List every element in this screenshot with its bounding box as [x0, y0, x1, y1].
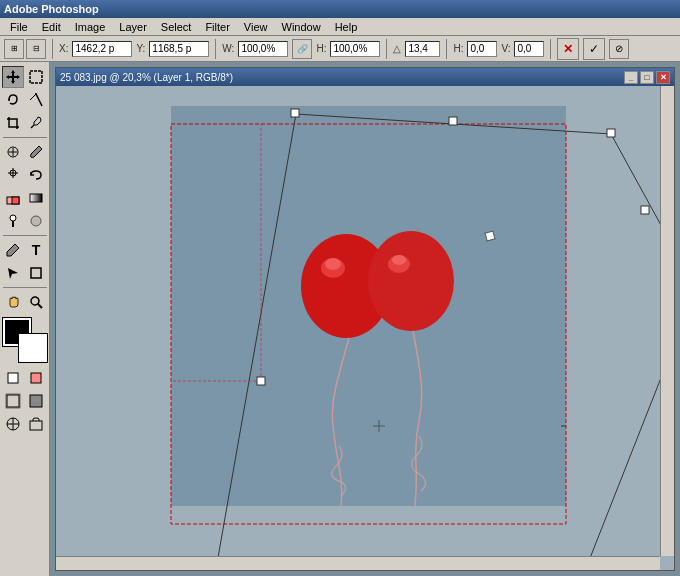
cancel-transform-button[interactable]: ✕	[557, 38, 579, 60]
apply-transform-button[interactable]: ✓	[583, 38, 605, 60]
horizontal-scrollbar[interactable]	[56, 556, 660, 570]
document-window: 25 083.jpg @ 20,3% (Layer 1, RGB/8*) _ □…	[55, 67, 675, 571]
screen-mode-row	[2, 390, 47, 412]
menu-image[interactable]: Image	[69, 20, 112, 34]
tool-row-7	[2, 210, 47, 232]
x-label: X:	[59, 43, 68, 54]
quick-mask-btn[interactable]	[25, 367, 47, 389]
h-label: H:	[316, 43, 326, 54]
pen-tool[interactable]	[2, 239, 24, 261]
text-tool[interactable]: T	[25, 239, 47, 261]
menu-select[interactable]: Select	[155, 20, 198, 34]
tool-sep-2	[3, 235, 47, 236]
extra-btn1[interactable]: ⊘	[609, 39, 629, 59]
standard-mode-btn[interactable]	[2, 367, 24, 389]
tool-row-9	[2, 262, 47, 284]
extra-tool1[interactable]	[2, 413, 24, 435]
move-tool[interactable]	[2, 66, 24, 88]
document-title: 25 083.jpg @ 20,3% (Layer 1, RGB/8*)	[60, 72, 233, 83]
tool-row-6	[2, 187, 47, 209]
menu-window[interactable]: Window	[276, 20, 327, 34]
screen-mode-btn2[interactable]	[25, 390, 47, 412]
crop-tool[interactable]	[2, 112, 24, 134]
tool-sep-3	[3, 287, 47, 288]
menu-bar: File Edit Image Layer Select Filter View…	[0, 18, 680, 36]
svg-rect-45	[607, 129, 615, 137]
clone-tool[interactable]	[2, 164, 24, 186]
svg-rect-0	[30, 71, 42, 83]
lasso-tool[interactable]	[2, 89, 24, 111]
h-input[interactable]	[330, 41, 380, 57]
svg-rect-23	[31, 373, 41, 383]
svg-line-3	[30, 94, 36, 100]
svg-point-17	[31, 216, 41, 226]
link-wh-btn[interactable]: 🔗	[292, 39, 312, 59]
history-tool[interactable]	[25, 164, 47, 186]
toolbox: T	[0, 62, 50, 576]
svg-rect-14	[30, 194, 42, 202]
menu-file[interactable]: File	[4, 20, 34, 34]
canvas-area: 25 083.jpg @ 20,3% (Layer 1, RGB/8*) _ □…	[50, 62, 680, 576]
tool-row-2	[2, 89, 47, 111]
svg-rect-19	[31, 268, 41, 278]
vskew-label: V:	[501, 43, 510, 54]
y-input[interactable]	[149, 41, 209, 57]
svg-rect-24	[7, 395, 19, 407]
color-selector	[3, 318, 47, 362]
svg-line-5	[31, 125, 34, 128]
screen-mode-btn1[interactable]	[2, 390, 24, 412]
transform-mode-buttons: ⊞ ⊟	[4, 39, 46, 59]
svg-line-2	[36, 94, 42, 106]
w-input[interactable]	[238, 41, 288, 57]
vskew-input[interactable]	[514, 41, 544, 57]
hskew-label: H:	[453, 43, 463, 54]
eyedropper-tool[interactable]	[25, 112, 47, 134]
title-bar: Adobe Photoshop	[0, 0, 680, 18]
menu-view[interactable]: View	[238, 20, 274, 34]
document-content	[56, 86, 674, 570]
shape-tool[interactable]	[25, 262, 47, 284]
maximize-button[interactable]: □	[640, 71, 654, 84]
zoom-tool[interactable]	[25, 291, 47, 313]
selection-tool[interactable]	[25, 66, 47, 88]
divider1	[52, 39, 53, 59]
minimize-button[interactable]: _	[624, 71, 638, 84]
healing-tool[interactable]	[2, 141, 24, 163]
svg-line-21	[38, 304, 42, 308]
app-title: Adobe Photoshop	[4, 3, 99, 15]
hand-tool[interactable]	[2, 291, 24, 313]
extra-tool2[interactable]	[25, 413, 47, 435]
svg-point-34	[325, 258, 341, 270]
transform-mode-btn[interactable]: ⊞	[4, 39, 24, 59]
x-input[interactable]	[72, 41, 132, 57]
document-title-bar: 25 083.jpg @ 20,3% (Layer 1, RGB/8*) _ □…	[56, 68, 674, 86]
menu-filter[interactable]: Filter	[199, 20, 235, 34]
tool-row-8: T	[2, 239, 47, 261]
y-label: Y:	[136, 43, 145, 54]
brush-tool[interactable]	[25, 141, 47, 163]
menu-help[interactable]: Help	[329, 20, 364, 34]
magic-wand-tool[interactable]	[25, 89, 47, 111]
options-bar: ⊞ ⊟ X: Y: W: 🔗 H: △ H: V: ✕ ✓ ⊘	[0, 36, 680, 62]
menu-edit[interactable]: Edit	[36, 20, 67, 34]
path-select-tool[interactable]	[2, 262, 24, 284]
image-canvas[interactable]	[171, 106, 566, 506]
svg-point-35	[368, 231, 454, 331]
eraser-tool[interactable]	[2, 187, 24, 209]
background-color[interactable]	[19, 334, 47, 362]
divider2	[215, 39, 216, 59]
vertical-scrollbar[interactable]	[660, 86, 674, 556]
blur-tool[interactable]	[25, 210, 47, 232]
transform-mode-btn2[interactable]: ⊟	[26, 39, 46, 59]
hskew-input[interactable]	[467, 41, 497, 57]
tool-row-5	[2, 164, 47, 186]
svg-point-37	[392, 255, 406, 265]
image-svg	[171, 106, 566, 506]
gradient-tool[interactable]	[25, 187, 47, 209]
close-button[interactable]: ✕	[656, 71, 670, 84]
rotation-input[interactable]	[405, 41, 440, 57]
dodge-tool[interactable]	[2, 210, 24, 232]
mask-mode-row	[2, 367, 47, 389]
menu-layer[interactable]: Layer	[113, 20, 153, 34]
divider4	[446, 39, 447, 59]
